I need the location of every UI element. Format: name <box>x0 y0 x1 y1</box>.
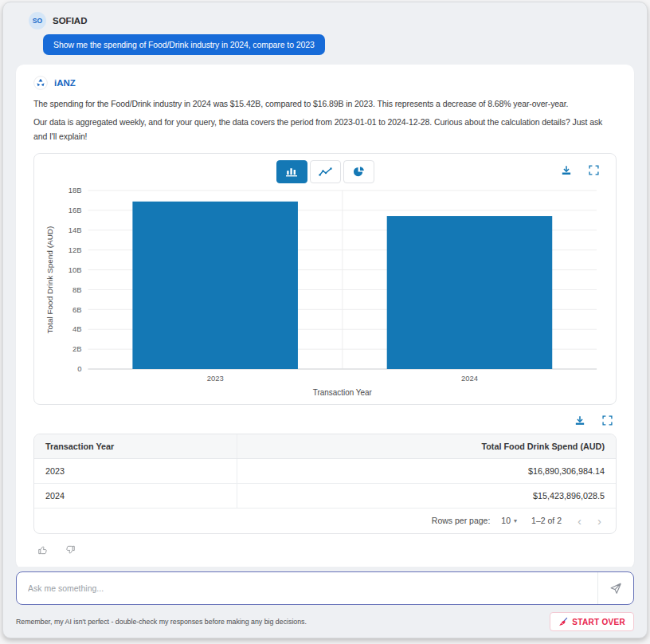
table-cell-year: 2024 <box>34 484 237 508</box>
results-table: Transaction Year Total Food Drink Spend … <box>33 434 617 534</box>
chart-type-switcher <box>276 160 374 183</box>
chevron-down-icon: ▾ <box>514 517 517 524</box>
pagination-range: 1–2 of 2 <box>531 516 562 525</box>
svg-text:18B: 18B <box>69 186 82 194</box>
bar-chart-button[interactable] <box>276 160 307 183</box>
svg-text:10B: 10B <box>69 265 82 274</box>
send-icon <box>609 581 623 595</box>
rows-per-page-label: Rows per page: <box>432 516 491 525</box>
send-button[interactable] <box>597 572 633 604</box>
svg-text:12B: 12B <box>69 245 82 254</box>
bar-chart-icon <box>285 167 298 177</box>
chat-window: SO SOFIAD Show me the spending of Food/D… <box>2 2 648 638</box>
assistant-header: iANZ <box>33 76 617 90</box>
pie-chart-icon <box>353 166 365 178</box>
assistant-response-card: iANZ The spending for the Food/Drink ind… <box>16 65 634 567</box>
table-pagination: Rows per page: 10 ▾ 1–2 of 2 ‹ › <box>34 509 616 533</box>
svg-text:8B: 8B <box>72 285 82 294</box>
chart-fullscreen-button[interactable] <box>585 163 601 179</box>
message-input-container <box>16 571 634 605</box>
chart-toolbar <box>42 160 608 184</box>
svg-text:4B: 4B <box>72 324 82 333</box>
line-chart-icon <box>319 167 332 177</box>
table-cell-spend: $16,890,306,984.14 <box>237 459 616 483</box>
svg-text:2023: 2023 <box>207 374 224 383</box>
table-header-year: Transaction Year <box>34 434 237 458</box>
footer: Remember, my AI isn't perfect - double-c… <box>16 612 634 631</box>
fullscreen-icon <box>601 414 613 426</box>
svg-text:2B: 2B <box>72 344 82 353</box>
table-row: 2024 $15,423,896,028.5 <box>34 484 616 509</box>
table-header-spend: Total Food Drink Spend (AUD) <box>237 434 616 458</box>
pagination-next-button[interactable]: › <box>596 515 603 527</box>
rows-per-page-select[interactable]: 10 ▾ <box>501 516 517 525</box>
table-cell-year: 2023 <box>34 459 237 483</box>
disclaimer-text: Remember, my AI isn't perfect - double-c… <box>16 618 307 626</box>
assistant-paragraph-2: Our data is aggregated weekly, and for y… <box>33 116 617 143</box>
chart-panel: 02B4B6B8B10B12B14B16B18B20232024Transact… <box>33 153 617 405</box>
download-icon <box>560 164 573 177</box>
bar-chart: 02B4B6B8B10B12B14B16B18B20232024Transact… <box>42 184 608 401</box>
svg-text:0: 0 <box>77 364 81 373</box>
user-name: SOFIAD <box>53 16 87 26</box>
user-message-header: SO SOFIAD <box>29 12 647 29</box>
table-actions <box>33 413 615 429</box>
svg-text:6B: 6B <box>72 304 82 313</box>
user-message-bubble: Show me the spending of Food/Drink indus… <box>43 34 325 55</box>
composer <box>3 567 647 605</box>
table-fullscreen-button[interactable] <box>599 413 615 429</box>
user-avatar: SO <box>29 12 46 29</box>
table-cell-spend: $15,423,896,028.5 <box>237 484 616 508</box>
svg-text:Transaction Year: Transaction Year <box>313 388 373 397</box>
message-input[interactable] <box>17 572 597 604</box>
download-icon <box>574 414 586 427</box>
table-download-button[interactable] <box>572 413 588 429</box>
line-chart-button[interactable] <box>310 160 341 183</box>
assistant-logo-icon <box>33 76 48 90</box>
table-row: 2023 $16,890,306,984.14 <box>34 459 616 484</box>
feedback-buttons <box>35 542 617 558</box>
thumbs-up-button[interactable] <box>35 542 51 558</box>
svg-text:14B: 14B <box>69 226 82 234</box>
pagination-prev-button[interactable]: ‹ <box>576 515 583 527</box>
fullscreen-icon <box>588 164 600 176</box>
thumbs-down-icon <box>65 544 76 556</box>
start-over-label: START OVER <box>572 618 625 626</box>
thumbs-up-icon <box>37 544 49 556</box>
assistant-name: iANZ <box>54 78 76 88</box>
broom-icon <box>558 617 568 626</box>
pie-chart-button[interactable] <box>343 160 374 183</box>
start-over-button[interactable]: START OVER <box>550 612 634 631</box>
chat-area: SO SOFIAD Show me the spending of Food/D… <box>3 2 647 567</box>
svg-text:Total Food Drink Spend (AUD): Total Food Drink Spend (AUD) <box>45 226 54 334</box>
rows-per-page: Rows per page: 10 ▾ <box>432 516 517 525</box>
table-header-row: Transaction Year Total Food Drink Spend … <box>34 434 616 459</box>
chart-download-button[interactable] <box>558 163 574 179</box>
assistant-paragraph-1: The spending for the Food/Drink industry… <box>33 97 617 111</box>
chart-actions <box>558 163 601 179</box>
svg-text:2024: 2024 <box>461 374 478 383</box>
thumbs-down-button[interactable] <box>62 542 78 558</box>
svg-text:16B: 16B <box>69 206 82 214</box>
